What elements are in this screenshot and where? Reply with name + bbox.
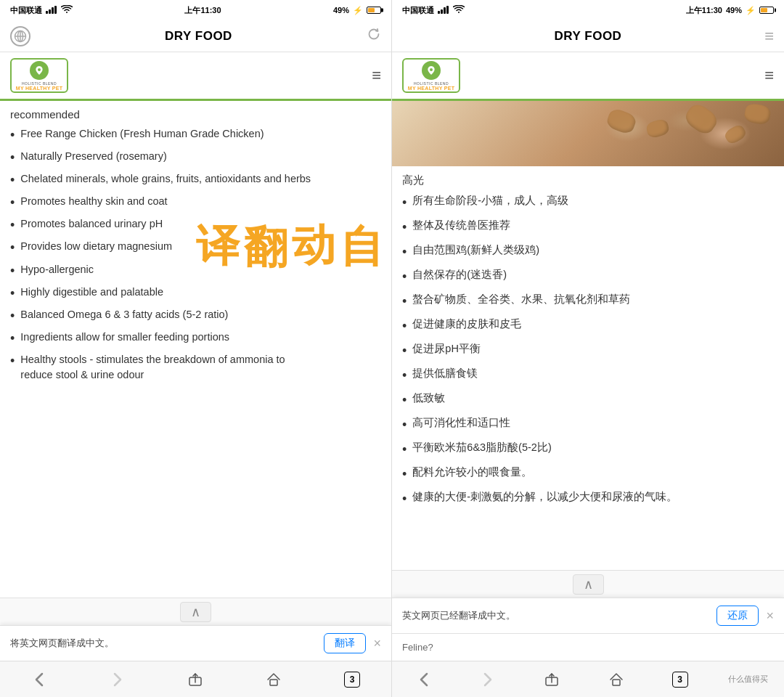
right-bullet-item-12: 健康的大便-刺激氨的分解，以减少大便和尿液的气味。: [402, 489, 774, 509]
right-phone-panel: 中国联通 上午11:30 49% ⚡: [392, 0, 784, 697]
right-nav-bar: DRY FOOD ≡: [392, 20, 784, 52]
left-globe-icon[interactable]: [10, 26, 30, 46]
right-battery-icon: [759, 7, 774, 14]
left-logo-circle: [30, 61, 49, 80]
right-back-button[interactable]: [408, 664, 440, 696]
svg-rect-2: [52, 7, 54, 14]
right-scroll-up-btn[interactable]: ∧: [573, 574, 604, 595]
left-bullet-item-5: Provides low dietary magnesium: [10, 239, 381, 257]
left-signal-icon: [46, 6, 57, 15]
right-bullet-item-6: 促进尿pH平衡: [402, 341, 774, 361]
left-translate-bar-text: 将英文网页翻译成中文。: [10, 637, 317, 650]
kibble-4: [723, 123, 748, 145]
left-battery-fill: [368, 8, 375, 12]
right-content-area: 高光 所有生命阶段-小猫，成人，高级整体及传统兽医推荐自由范围鸡(新鲜人类级鸡)…: [392, 166, 784, 570]
kibble-3: [682, 101, 721, 137]
right-status-right: 上午11:30 49% ⚡: [686, 5, 774, 16]
left-status-left: 中国联通: [10, 5, 73, 16]
left-bullet-item-1: Naturally Preserved (rosemary): [10, 149, 381, 167]
right-share-button[interactable]: [536, 664, 568, 696]
left-translate-button[interactable]: 翻译: [324, 633, 366, 653]
left-recommended-text: recommended: [10, 108, 381, 121]
left-logo-bottom-text: MY HEALTHY PET: [16, 86, 63, 91]
left-scroll-up-bar: ∧: [0, 598, 391, 625]
left-battery-pct: 49%: [333, 6, 349, 15]
left-bullet-item-10: Healthy stools - stimulates the breakdow…: [10, 352, 381, 383]
kibble-2: [645, 118, 671, 139]
right-bullet-item-0: 所有生命阶段-小猫，成人，高级: [402, 193, 774, 213]
right-forward-button[interactable]: [472, 664, 504, 696]
left-reload-icon[interactable]: [367, 27, 381, 45]
left-logo-bar: HOLISTIC BLEND MY HEALTHY PET ≡: [0, 52, 391, 101]
svg-point-16: [430, 68, 433, 71]
right-home-button[interactable]: [600, 664, 632, 696]
left-share-button[interactable]: [179, 664, 211, 696]
svg-rect-12: [438, 11, 440, 14]
right-bullet-item-11: 配料允许较小的喂食量。: [402, 465, 774, 484]
left-bullet-item-8: Balanced Omega 6 & 3 fatty acids (5-2 ra…: [10, 307, 381, 325]
left-hamburger-icon[interactable]: ≡: [372, 66, 381, 85]
svg-rect-1: [49, 9, 51, 14]
left-tabs-button[interactable]: 3: [336, 664, 368, 696]
right-feline-bar: Feline?: [392, 633, 784, 661]
left-logo: HOLISTIC BLEND MY HEALTHY PET: [10, 58, 68, 93]
right-feline-text: Feline?: [402, 642, 433, 653]
right-bullet-item-9: 高可消化性和适口性: [402, 415, 774, 435]
svg-point-8: [38, 68, 41, 71]
right-tab-count: 3: [672, 672, 688, 688]
right-bullet-item-1: 整体及传统兽医推荐: [402, 218, 774, 237]
right-logo: HOLISTIC BLEND MY HEALTHY PET: [402, 58, 460, 93]
right-logo-circle: [422, 61, 441, 80]
right-nav-title: DRY FOOD: [555, 29, 622, 44]
left-charge-icon: ⚡: [353, 6, 363, 15]
right-translate-bar: 英文网页已经翻译成中文。 还原 ×: [392, 598, 784, 633]
svg-rect-11: [270, 680, 277, 685]
left-time: 上午11:30: [184, 5, 221, 16]
left-status-bar: 中国联通 上午11:30 49%: [0, 0, 391, 20]
left-tab-count: 3: [344, 672, 360, 688]
left-wifi-icon: [61, 5, 73, 15]
right-battery-fill: [761, 8, 767, 12]
svg-rect-3: [54, 6, 57, 14]
right-translate-close-icon[interactable]: ×: [766, 608, 774, 624]
kibble-1: [605, 107, 637, 135]
left-back-button[interactable]: [23, 664, 55, 696]
right-scroll-up-bar: ∧: [392, 570, 784, 598]
left-phone-panel: 中国联通 上午11:30 49%: [0, 0, 392, 697]
right-menu-icon[interactable]: ≡: [764, 66, 774, 85]
left-translate-close-icon[interactable]: ×: [373, 636, 381, 651]
left-battery-icon: [367, 7, 381, 14]
right-translate-bar-text: 英文网页已经翻译成中文。: [402, 609, 709, 622]
left-bullet-item-9: Ingredients allow for smaller feeding po…: [10, 330, 381, 348]
right-bullet-item-8: 低致敏: [402, 391, 774, 410]
left-translate-bar: 将英文网页翻译成中文。 翻译 ×: [0, 625, 391, 661]
left-carrier: 中国联通: [10, 5, 42, 16]
right-time: 上午11:30: [686, 5, 722, 16]
left-bullet-item-6: Hypo-allergenic: [10, 262, 381, 280]
right-charge-icon: ⚡: [746, 6, 756, 15]
right-status-left: 中国联通: [402, 5, 465, 16]
left-content-area: recommended Free Range Chicken (Fresh Hu…: [0, 101, 391, 598]
left-bullet-item-0: Free Range Chicken (Fresh Human Grade Ch…: [10, 126, 381, 144]
right-translate-button[interactable]: 还原: [716, 606, 759, 626]
right-logo-bottom-text: MY HEALTHY PET: [408, 86, 455, 91]
right-extra-label: 什么值得买: [728, 674, 768, 685]
right-battery-pct: 49%: [726, 6, 742, 15]
right-logo-bar: HOLISTIC BLEND MY HEALTHY PET ≡: [392, 52, 784, 101]
svg-rect-14: [444, 7, 446, 14]
right-status-bar: 中国联通 上午11:30 49% ⚡: [392, 0, 784, 20]
kibble-5: [743, 102, 772, 126]
left-forward-button[interactable]: [102, 664, 134, 696]
right-bottom-nav: 3 什么值得买: [392, 661, 784, 697]
right-bullet-item-7: 提供低膳食镁: [402, 366, 774, 386]
left-home-button[interactable]: [258, 664, 290, 696]
left-bottom-nav: 3: [0, 661, 391, 697]
left-scroll-up-btn[interactable]: ∧: [180, 602, 211, 622]
svg-rect-19: [613, 680, 620, 685]
svg-rect-0: [46, 11, 48, 14]
right-bullet-item-2: 自由范围鸡(新鲜人类级鸡): [402, 242, 774, 262]
right-hamburger-icon[interactable]: ≡: [764, 27, 774, 46]
left-bullet-item-3: Promotes healthy skin and coat: [10, 194, 381, 212]
right-tabs-button[interactable]: 3: [664, 664, 696, 696]
right-chinese-list: 所有生命阶段-小猫，成人，高级整体及传统兽医推荐自由范围鸡(新鲜人类级鸡)自然保…: [402, 193, 774, 509]
